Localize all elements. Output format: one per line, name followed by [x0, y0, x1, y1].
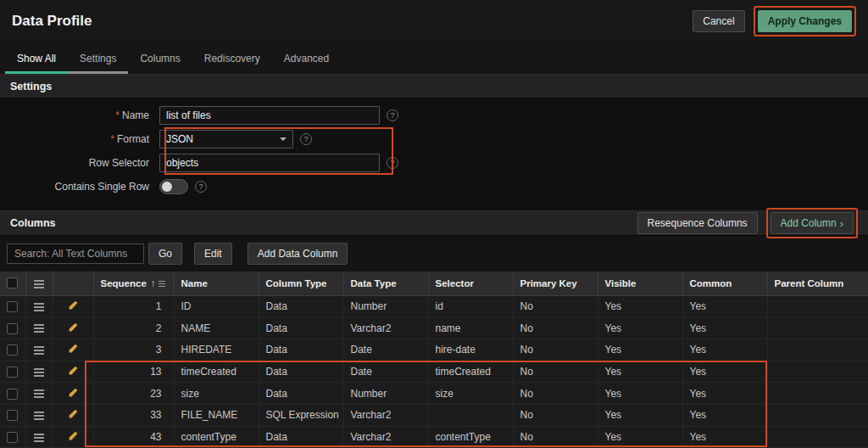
cell-primary-key: No [513, 295, 598, 317]
edit-pencil-icon[interactable] [68, 387, 79, 398]
apply-changes-button[interactable]: Apply Changes [758, 10, 852, 32]
cell-name: contentType [174, 426, 259, 448]
columns-section-actions: Resequence Columns Add Column › [637, 208, 858, 238]
contains-single-row-help-icon[interactable]: ? [195, 181, 207, 193]
sort-bars-icon [159, 281, 165, 288]
row-menu-cell [25, 426, 53, 448]
header-data-type[interactable]: Data Type [343, 272, 428, 295]
row-menu-icon[interactable] [34, 434, 44, 442]
edit-pencil-icon[interactable] [68, 343, 79, 354]
format-select[interactable]: JSON [159, 130, 293, 148]
cell-column-type: Data [259, 295, 343, 317]
contains-single-row-toggle[interactable] [159, 179, 188, 194]
row-menu-icon[interactable] [34, 412, 44, 420]
header-visible[interactable]: Visible [598, 272, 682, 295]
row-selector-input[interactable] [159, 154, 380, 172]
chevron-down-icon [280, 137, 287, 141]
cell-selector: contentType [428, 426, 513, 448]
row-checkbox[interactable] [7, 323, 18, 334]
go-button[interactable]: Go [148, 243, 182, 265]
row-checkbox[interactable] [7, 367, 18, 378]
cell-sequence: 3 [93, 339, 174, 361]
row-edit-cell [53, 339, 93, 361]
edit-pencil-icon[interactable] [68, 365, 79, 376]
name-input[interactable] [159, 106, 380, 125]
table-row: 33 FILE_NAME SQL Expression Varchar2 No … [0, 404, 868, 426]
cell-visible: Yes [598, 317, 682, 339]
settings-section-title: Settings [10, 81, 52, 92]
header-column-type[interactable]: Column Type [259, 272, 343, 295]
row-edit-cell [53, 383, 93, 405]
select-all-checkbox[interactable] [7, 277, 18, 288]
columns-table: Sequence↑ Name Column Type Data Type Sel… [0, 272, 868, 448]
columns-toolbar: Go Edit Add Data Column [0, 236, 868, 272]
add-column-button[interactable]: Add Column › [771, 212, 854, 234]
columns-section-header: Columns Resequence Columns Add Column › [0, 210, 868, 236]
header-primary-key[interactable]: Primary Key [513, 272, 598, 295]
cell-visible: Yes [598, 404, 682, 426]
grid-menu-icon[interactable] [34, 280, 44, 288]
row-select-cell [0, 295, 25, 317]
name-help-icon[interactable]: ? [387, 109, 398, 121]
cell-name: timeCreated [174, 361, 259, 383]
row-select-cell [0, 317, 25, 339]
cell-data-type: Varchar2 [343, 404, 428, 426]
edit-pencil-icon[interactable] [68, 322, 79, 333]
cancel-button[interactable]: Cancel [693, 10, 744, 32]
row-menu-cell [25, 383, 53, 405]
header-selector[interactable]: Selector [428, 272, 513, 295]
cell-parent-column [767, 295, 868, 317]
edit-pencil-icon[interactable] [68, 430, 79, 441]
name-field-row: *Name ? [0, 105, 868, 126]
header-name[interactable]: Name [174, 272, 259, 295]
tab-rediscovery[interactable]: Rediscovery [192, 42, 272, 74]
row-edit-cell [53, 404, 93, 426]
cell-common: Yes [682, 361, 767, 383]
cell-parent-column [767, 317, 868, 339]
edit-button[interactable]: Edit [194, 243, 232, 265]
cell-column-type: Data [259, 317, 343, 339]
header-sequence[interactable]: Sequence↑ [93, 272, 174, 295]
row-menu-icon[interactable] [34, 303, 44, 311]
apply-changes-annotation: Apply Changes [754, 6, 856, 36]
cell-data-type: Varchar2 [343, 317, 428, 339]
row-selector-help-icon[interactable]: ? [387, 157, 398, 169]
edit-pencil-icon[interactable] [68, 408, 79, 419]
add-data-column-button[interactable]: Add Data Column [248, 243, 348, 265]
table-row: 13 timeCreated Data Date timeCreated No … [0, 361, 868, 383]
row-edit-cell [53, 295, 93, 317]
table-row: 43 contentType Data Varchar2 contentType… [0, 426, 868, 448]
row-menu-icon[interactable] [34, 389, 44, 398]
tab-columns[interactable]: Columns [128, 42, 192, 74]
row-menu-icon[interactable] [34, 324, 44, 333]
row-checkbox[interactable] [7, 389, 18, 400]
row-checkbox[interactable] [7, 410, 18, 421]
row-checkbox[interactable] [7, 301, 18, 312]
contains-single-row-label: Contains Single Row [0, 181, 159, 193]
edit-pencil-icon[interactable] [68, 300, 79, 311]
chevron-right-icon: › [840, 218, 843, 229]
row-select-cell [0, 339, 25, 361]
header-common[interactable]: Common [682, 272, 767, 295]
tab-settings[interactable]: Settings [68, 42, 128, 74]
tab-advanced[interactable]: Advanced [272, 42, 341, 74]
resequence-columns-button[interactable]: Resequence Columns [637, 212, 758, 234]
header-parent-column[interactable]: Parent Column [767, 272, 868, 295]
cell-parent-column [767, 361, 868, 383]
data-profile-dialog: Data Profile Cancel Apply Changes Show A… [0, 0, 868, 448]
row-checkbox[interactable] [7, 432, 18, 443]
contains-single-row-field: Contains Single Row ? [0, 176, 868, 197]
cell-sequence: 23 [93, 383, 174, 405]
cell-column-type: Data [259, 426, 343, 448]
cell-name: ID [174, 295, 259, 317]
cell-parent-column [767, 404, 868, 426]
row-menu-icon[interactable] [34, 346, 44, 355]
tab-show-all[interactable]: Show All [5, 42, 68, 74]
cell-parent-column [767, 339, 868, 361]
format-help-icon[interactable]: ? [300, 133, 312, 145]
format-row-selector-group: *Format JSON ? Row Selector ? [0, 129, 868, 173]
row-menu-cell [25, 317, 53, 339]
row-checkbox[interactable] [7, 344, 18, 356]
row-menu-icon[interactable] [34, 368, 44, 377]
search-input[interactable] [7, 244, 144, 264]
